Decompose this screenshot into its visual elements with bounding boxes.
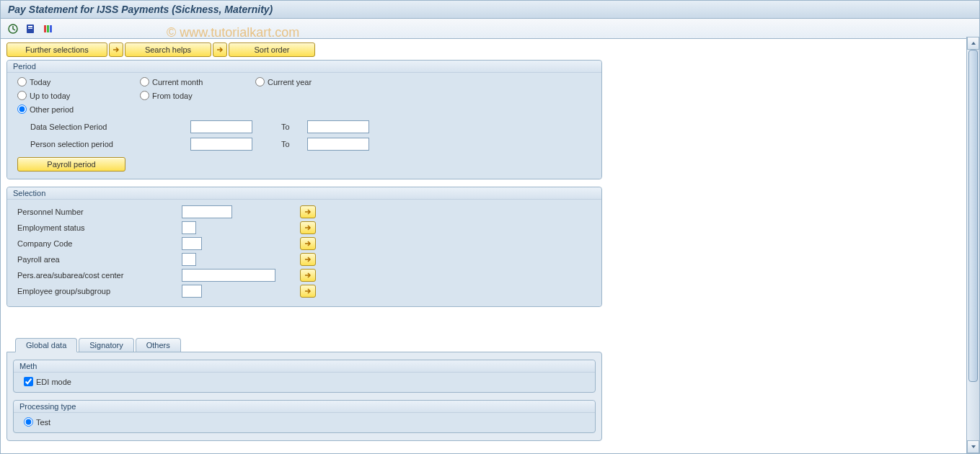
tab-strip: Global dataSignatoryOthers [15,336,966,352]
radio-today-input[interactable] [17,77,27,86]
selection-label: Personnel Number [17,208,182,216]
meth-title: Meth [14,360,595,373]
search-helps-arrow-button[interactable] [109,43,123,57]
svg-rect-6 [50,25,52,32]
scroll-up-button[interactable] [967,37,979,50]
radio-from-today[interactable]: From today [140,91,193,100]
selection-row: Pers.area/subarea/cost center [17,267,594,283]
test-radio[interactable] [24,417,33,427]
search-helps-label: Search helps [145,45,191,54]
edi-mode-label: EDI mode [36,378,71,386]
radio-current-year-input[interactable] [255,77,265,86]
selection-input[interactable] [182,205,232,218]
radio-other-period-input[interactable] [17,104,27,114]
multiple-selection-icon[interactable] [300,205,316,218]
data-selection-to-input[interactable] [307,120,369,133]
top-button-row: Further selections Search helps Sort ord… [6,43,966,57]
svg-rect-4 [44,25,46,32]
selection-row: Employee group/subgroup [17,283,594,299]
page-title: Pay Statement for IJSS Payments (Sicknes… [8,4,273,15]
tab-others[interactable]: Others [136,338,181,352]
radio-up-to-today-label: Up to today [30,92,70,100]
payroll-period-button[interactable]: Payroll period [17,157,125,172]
data-selection-label: Data Selection Period [17,123,190,131]
selection-row: Company Code [17,236,594,252]
sort-order-label: Sort order [255,45,290,54]
test-label: Test [36,418,50,427]
radio-other-period[interactable]: Other period [17,104,74,114]
data-selection-from-input[interactable] [190,120,252,133]
radio-other-period-label: Other period [30,105,74,114]
radio-current-month-input[interactable] [140,77,149,86]
selection-label: Pers.area/subarea/cost center [17,271,182,280]
selection-group: Selection Personnel NumberEmployment sta… [6,187,602,307]
radio-current-year[interactable]: Current year [255,77,312,86]
radio-up-to-today-input[interactable] [17,91,27,100]
person-to-label: To [281,140,307,148]
edi-mode-checkbox[interactable] [24,377,33,386]
payroll-period-label: Payroll period [47,160,95,169]
selection-row: Payroll area [17,252,594,267]
selection-label: Employment status [17,223,182,232]
radio-from-today-input[interactable] [140,91,149,100]
selection-input[interactable] [182,269,275,282]
radio-current-year-label: Current year [268,78,312,86]
person-selection-to-input[interactable] [307,138,369,151]
radio-up-to-today[interactable]: Up to today [17,91,140,100]
search-helps-button[interactable]: Search helps [125,43,211,57]
person-selection-label: Person selection period [17,140,190,148]
tab-panel-global-data: Meth EDI mode Processing type Test [6,352,602,441]
period-group: Period Today Current month Current year [6,60,602,179]
scroll-down-button[interactable] [967,440,979,453]
variant-icon[interactable] [24,22,37,35]
selection-row: Personnel Number [17,204,594,220]
scrollbar-track[interactable] [967,50,979,440]
processing-type-title: Processing type [14,401,595,413]
execute-icon[interactable] [6,22,19,35]
data-to-label: To [281,123,307,131]
selection-group-title: Selection [7,187,601,200]
app-toolbar [1,19,979,39]
selection-label: Employee group/subgroup [17,287,182,295]
selection-row: Employment status [17,220,594,236]
person-selection-from-input[interactable] [190,138,252,151]
selection-label: Payroll area [17,255,182,264]
sort-order-arrow-button[interactable] [213,43,227,57]
multiple-selection-icon[interactable] [300,237,316,250]
svg-rect-2 [28,26,32,27]
test-radio-row[interactable]: Test [24,417,588,427]
selection-input[interactable] [182,253,196,266]
radio-current-month-label: Current month [152,78,203,86]
content-area: Further selections Search helps Sort ord… [1,37,966,453]
meth-group: Meth EDI mode [13,360,596,393]
multiple-selection-icon[interactable] [300,269,316,282]
processing-type-group: Processing type Test [13,400,596,433]
sort-order-button[interactable]: Sort order [229,43,315,57]
multiple-selection-icon[interactable] [300,221,316,234]
radio-current-month[interactable]: Current month [140,77,255,86]
svg-rect-5 [47,25,49,32]
svg-rect-3 [28,28,32,29]
tab-global-data[interactable]: Global data [15,338,77,352]
radio-today[interactable]: Today [17,77,140,86]
scrollbar-thumb[interactable] [968,50,978,382]
window-title-bar: Pay Statement for IJSS Payments (Sicknes… [1,1,979,19]
further-selections-label: Further selections [25,45,88,54]
selection-input[interactable] [182,285,202,298]
vertical-scrollbar[interactable] [966,37,979,453]
tab-signatory[interactable]: Signatory [79,338,133,352]
report-list-icon[interactable] [41,22,54,35]
radio-from-today-label: From today [152,92,193,100]
multiple-selection-icon[interactable] [300,285,316,298]
selection-label: Company Code [17,239,182,248]
multiple-selection-icon[interactable] [300,253,316,266]
edi-mode-checkbox-row[interactable]: EDI mode [24,377,588,386]
further-selections-button[interactable]: Further selections [6,43,107,57]
selection-input[interactable] [182,221,196,234]
radio-today-label: Today [30,78,50,86]
period-group-title: Period [7,61,601,73]
selection-input[interactable] [182,237,202,250]
